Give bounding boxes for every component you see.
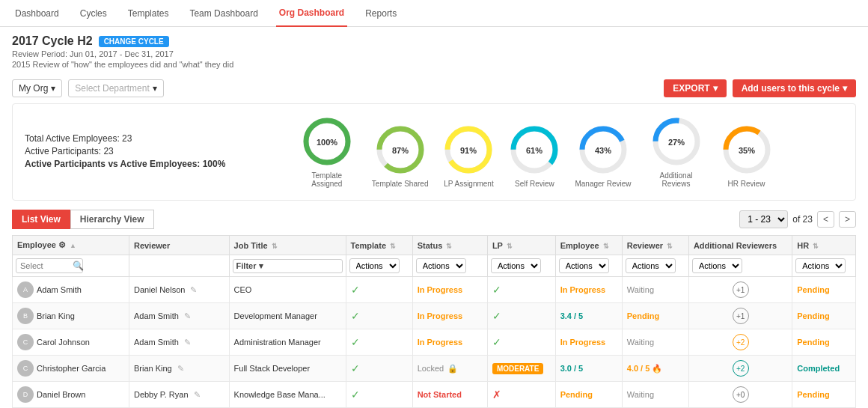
filter-job-title: Filter ▾: [229, 255, 346, 277]
template-cell: ✓: [346, 356, 412, 382]
nav-dashboard[interactable]: Dashboard: [12, 0, 62, 27]
list-view-button[interactable]: List View: [12, 210, 70, 229]
active-participants: Active Participants: 23: [25, 146, 225, 156]
job-title-cell: Administration Manager: [229, 329, 346, 356]
svg-text:91%: 91%: [460, 146, 477, 155]
reviewer-review-value: Waiting: [627, 390, 654, 399]
edit-icon[interactable]: ✎: [184, 311, 191, 320]
chevron-down-icon: ▾: [153, 83, 157, 94]
donut-label: LP Assignment: [444, 180, 494, 188]
check-icon: ✓: [492, 284, 501, 296]
col-additional-reviewers: Additional Reviewers: [688, 236, 792, 255]
filter-add-rev: Actions: [688, 255, 792, 277]
hr-cell: Pending: [792, 382, 856, 408]
donut-item: 43% Manager Review: [575, 124, 631, 188]
sort-icon-emp-review[interactable]: ⇅: [603, 243, 609, 250]
donut-chart: 87%: [375, 124, 426, 175]
review-period: Review Period: Jun 01, 2017 - Dec 31, 20…: [12, 49, 856, 58]
next-page-button[interactable]: >: [839, 211, 856, 228]
change-cycle-button[interactable]: CHANGE CYCLE: [99, 36, 169, 47]
donut-chart: 43%: [578, 124, 629, 175]
employee-filter-input[interactable]: [20, 261, 73, 270]
employee-cell: D Daniel Brown: [13, 382, 129, 408]
reviewer-review-value: 4.0 / 5: [627, 364, 650, 373]
edit-icon[interactable]: ✎: [184, 338, 191, 347]
donut-row: 100% Template Assigned 87% Template Shar…: [225, 116, 843, 188]
status-actions-select[interactable]: Actions: [416, 258, 466, 273]
sort-icon-hr[interactable]: ⇅: [813, 243, 819, 250]
add-users-button[interactable]: Add users to this cycle ▾: [733, 79, 856, 97]
filters-left: My Org ▾ Select Department ▾: [12, 79, 164, 97]
review-description: 2015 Review of "how" the employees did a…: [12, 60, 856, 69]
check-icon: ✓: [351, 284, 360, 296]
nav-reports[interactable]: Reports: [362, 0, 400, 27]
department-select[interactable]: Select Department ▾: [68, 79, 163, 97]
table-row: B Brian King Adam Smith ✎ Development Ma…: [13, 303, 856, 329]
export-button[interactable]: EXPORT ▾: [664, 79, 726, 97]
lp-cell: ✓: [487, 277, 555, 303]
hr-actions-select[interactable]: Actions: [795, 258, 846, 273]
nav-cycles[interactable]: Cycles: [77, 0, 110, 27]
reviewer-cell: Brian King ✎: [129, 356, 229, 382]
filter-template: Actions: [346, 255, 412, 277]
avatar: C: [17, 334, 34, 350]
sort-icon[interactable]: ▲: [70, 242, 76, 249]
donut-chart: 91%: [443, 124, 494, 175]
table-row: C Christopher Garcia Brian King ✎ Full S…: [13, 356, 856, 382]
col-employee-review: Employee ⇅: [555, 236, 622, 255]
page-range-select[interactable]: 1 - 23: [739, 210, 788, 228]
lp-actions-select[interactable]: Actions: [491, 258, 541, 273]
prev-page-button[interactable]: <: [817, 211, 834, 228]
status-text: Not Started: [418, 390, 462, 399]
donut-item: 91% LP Assignment: [443, 124, 494, 188]
search-icon[interactable]: 🔍: [73, 261, 84, 271]
lp-cell: MODERATE: [487, 356, 555, 382]
pagination-total: of 23: [792, 214, 813, 225]
col-template: Template ⇅: [346, 236, 412, 255]
moderate-badge: MODERATE: [492, 363, 543, 374]
sort-icon-template[interactable]: ⇅: [390, 243, 396, 250]
rev-review-actions-select[interactable]: Actions: [626, 258, 676, 273]
nav-templates[interactable]: Templates: [125, 0, 172, 27]
hr-status: Pending: [797, 311, 829, 320]
add-rev-actions-select[interactable]: Actions: [692, 258, 742, 273]
sort-icon-lp[interactable]: ⇅: [507, 243, 513, 250]
job-title-cell: Development Manager: [229, 303, 346, 329]
filter-status: Actions: [412, 255, 487, 277]
additional-reviewers-cell: +0: [688, 382, 792, 408]
additional-reviewers-cell: +1: [688, 277, 792, 303]
sort-icon-status[interactable]: ⇅: [446, 243, 452, 250]
nav-org-dashboard[interactable]: Org Dashboard: [276, 0, 347, 27]
donut-label: Self Review: [515, 180, 554, 188]
job-title-filter[interactable]: Filter ▾: [233, 259, 343, 273]
avatar: B: [17, 308, 34, 324]
stats-section: Total Active Employees: 23 Active Partic…: [12, 103, 856, 201]
sort-icon-rev-review[interactable]: ⇅: [667, 243, 673, 250]
status-text: In Progress: [418, 311, 463, 320]
edit-icon[interactable]: ✎: [190, 285, 197, 294]
edit-icon[interactable]: ✎: [194, 390, 201, 399]
lp-cell: ✗: [487, 382, 555, 408]
donut-label: Additional Reviews: [647, 171, 706, 188]
edit-icon[interactable]: ✎: [177, 364, 184, 373]
nav-team-dashboard[interactable]: Team Dashboard: [186, 0, 260, 27]
template-actions-select[interactable]: Actions: [349, 258, 400, 273]
employee-review-cell: Pending: [555, 382, 622, 408]
settings-icon[interactable]: ⚙: [58, 240, 66, 249]
lp-cell: ✓: [487, 303, 555, 329]
hierarchy-view-button[interactable]: Hierarchy View: [70, 210, 154, 229]
sort-icon-jobtitle[interactable]: ⇅: [272, 243, 278, 250]
lp-cell: ✓: [487, 329, 555, 356]
donut-item: 27% Additional Reviews: [647, 116, 706, 188]
svg-text:100%: 100%: [317, 138, 337, 147]
chevron-down-icon: ▾: [843, 83, 847, 94]
filter-employee: 🔍: [13, 255, 129, 277]
org-select[interactable]: My Org ▾: [12, 79, 62, 97]
svg-text:87%: 87%: [392, 146, 409, 155]
reviewer-review-value: Pending: [627, 311, 659, 320]
donut-label: HR Review: [727, 180, 765, 188]
emp-review-actions-select[interactable]: Actions: [559, 258, 609, 273]
additional-reviewers-cell: +2: [688, 329, 792, 356]
view-buttons: List View Hierarchy View: [12, 210, 154, 229]
svg-text:35%: 35%: [738, 146, 754, 155]
